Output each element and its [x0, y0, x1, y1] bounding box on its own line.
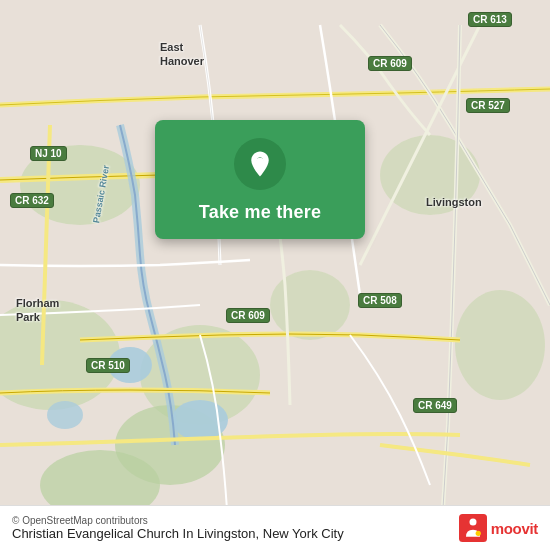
- take-me-there-label: Take me there: [199, 202, 321, 223]
- road-badge-cr613: CR 613: [468, 12, 512, 27]
- road-badge-cr527: CR 527: [466, 98, 510, 113]
- place-label-east-hanover: EastHanover: [160, 40, 204, 69]
- take-me-there-card[interactable]: Take me there: [155, 120, 365, 239]
- location-pin-icon: [245, 149, 275, 179]
- svg-point-15: [475, 531, 480, 536]
- svg-point-6: [455, 290, 545, 400]
- svg-point-11: [47, 401, 83, 429]
- map-svg: [0, 0, 550, 550]
- road-badge-cr508: CR 508: [358, 293, 402, 308]
- location-icon-circle: [234, 138, 286, 190]
- attribution-text: © OpenStreetMap contributors: [12, 515, 344, 526]
- road-badge-cr609-mid: CR 609: [226, 308, 270, 323]
- moovit-brand-icon: [459, 514, 487, 542]
- moovit-logo: moovit: [459, 514, 538, 542]
- bottom-left: © OpenStreetMap contributors Christian E…: [12, 515, 344, 541]
- location-title: Christian Evangelical Church In Livingst…: [12, 526, 344, 541]
- bottom-bar: © OpenStreetMap contributors Christian E…: [0, 505, 550, 550]
- road-badge-cr632: CR 632: [10, 193, 54, 208]
- road-badge-cr649: CR 649: [413, 398, 457, 413]
- svg-point-4: [270, 270, 350, 340]
- road-badge-nj10: NJ 10: [30, 146, 67, 161]
- moovit-text: moovit: [491, 520, 538, 537]
- map-container: CR 613 CR 609 CR 527 NJ 10 CR 632 CR 609…: [0, 0, 550, 550]
- road-badge-cr510: CR 510: [86, 358, 130, 373]
- svg-rect-13: [459, 514, 487, 542]
- place-label-florham-park: FlorhamPark: [16, 296, 59, 325]
- place-label-livingston: Livingston: [426, 196, 482, 208]
- road-badge-cr609-top: CR 609: [368, 56, 412, 71]
- svg-point-14: [469, 518, 476, 525]
